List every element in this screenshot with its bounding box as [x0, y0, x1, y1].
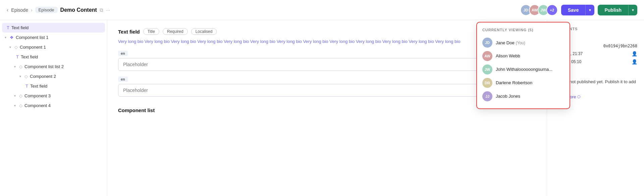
learn-more-icon: ⬡ — [577, 95, 581, 99]
component-icon-5: ◇ — [19, 93, 22, 98]
caret-1: ▾ — [5, 36, 6, 39]
created-user-icon: 👤 — [632, 51, 637, 56]
sidebar-item-component2[interactable]: ▾ ◇ Component 2 — [0, 71, 107, 81]
viewing-avatar-3: JW — [482, 64, 492, 75]
text-input-1[interactable] — [118, 58, 536, 71]
breadcrumb-badge[interactable]: Episode — [35, 7, 58, 13]
viewing-avatar-5: JJ — [482, 91, 492, 101]
publish-button-group: Publish ▾ — [598, 5, 637, 15]
viewing-user-1: JD Jane Doe (You) — [482, 36, 564, 49]
caret-5: ▾ — [14, 94, 16, 98]
section-component-label: Component list — [118, 107, 536, 113]
publish-button[interactable]: Publish — [598, 5, 628, 15]
lang-badge-1: en — [118, 50, 536, 58]
text-input-2[interactable] — [118, 84, 536, 97]
sidebar-label-7: Text field — [30, 84, 47, 89]
viewing-avatar-1: JD — [482, 38, 492, 48]
text-icon-3: T — [25, 84, 28, 89]
sidebar-label-6: Component 2 — [30, 74, 56, 79]
lang-badge-2: en — [118, 76, 536, 84]
badge-localised: Localised — [191, 28, 217, 35]
text-icon-1: T — [7, 25, 9, 30]
sidebar-item-textfield-1[interactable]: T Text field — [2, 23, 105, 33]
copy-icon[interactable]: ⧉ — [100, 7, 103, 13]
component-icon-1: ❖ — [10, 35, 14, 40]
breadcrumb-root: Episode — [11, 7, 28, 13]
app-container: ‹ Episode › Episode Demo Content ⧉ ··· J… — [0, 0, 644, 196]
sidebar-item-textfield-3[interactable]: T Text field — [0, 81, 107, 91]
avatars-group[interactable]: JD AW JW +2 — [520, 4, 558, 16]
viewing-name-4: Darlene Robertson — [496, 80, 532, 85]
sidebar-label-9: Component 4 — [24, 103, 51, 108]
sidebar-item-component1[interactable]: ▾ ◇ Component 1 — [0, 42, 107, 52]
viewing-dropdown: CURRENTLY VIEWING (5) JD Jane Doe (You) … — [476, 22, 570, 109]
publish-dropdown-button[interactable]: ▾ — [628, 5, 637, 15]
sidebar-item-component3[interactable]: ▾ ◇ Component 3 — [0, 91, 107, 101]
field-header: Text field Title Required Localised — [118, 28, 536, 35]
more-options-icon[interactable]: ··· — [106, 7, 110, 13]
caret-4: ▾ — [19, 75, 21, 78]
top-bar-right: JD AW JW +2 Save ▾ Publish ▾ CURRENTLY V… — [520, 4, 637, 16]
caret-6: ▾ — [14, 104, 16, 107]
viewing-user-3: JW John Withaloooooongsurna... — [482, 63, 564, 76]
updated-user-icon: 👤 — [632, 59, 637, 64]
viewing-avatar-2: AW — [482, 51, 492, 61]
sidebar-item-componentlistlist2[interactable]: ▾ ◇ Component list list 2 — [0, 62, 107, 71]
field-description: Very long bio Very long bio Very long bi… — [118, 38, 536, 45]
sidebar-item-textfield-2[interactable]: T Text field — [0, 52, 107, 62]
viewing-name-5: Jacob Jones — [496, 94, 520, 99]
field-name-label: Text field — [118, 29, 140, 35]
badge-title: Title — [143, 28, 159, 35]
avatar-extra[interactable]: +2 — [546, 4, 558, 16]
text-icon-2: T — [16, 54, 19, 59]
sidebar-item-componentlist1[interactable]: ▾ ❖ Component list 1 — [0, 33, 107, 42]
breadcrumb-arrow: › — [31, 7, 33, 13]
caret-2: ▾ — [9, 45, 11, 49]
caret-3: ▾ — [14, 65, 16, 68]
viewing-user-4: DR Darlene Robertson — [482, 76, 564, 90]
sidebar-item-component4[interactable]: ▾ ◇ Component 4 — [0, 101, 107, 110]
viewing-user-2: AW Alison Webb — [482, 49, 564, 63]
viewing-avatar-4: DR — [482, 78, 492, 88]
sidebar-label-3: Component 1 — [20, 45, 46, 50]
viewing-name-1: Jane Doe (You) — [496, 40, 525, 45]
component-icon-2: ◇ — [14, 45, 18, 50]
component-icon-6: ◇ — [19, 103, 22, 108]
top-bar: ‹ Episode › Episode Demo Content ⧉ ··· J… — [0, 0, 644, 20]
viewing-user-5: JJ Jacob Jones — [482, 90, 564, 103]
component-icon-3: ◇ — [19, 64, 22, 69]
save-button-group: Save ▾ — [561, 5, 595, 15]
viewing-name-3: John Withaloooooongsurna... — [496, 67, 552, 72]
back-button[interactable]: ‹ — [7, 7, 8, 13]
component-icon-4: ◇ — [24, 74, 28, 79]
left-sidebar: T Text field ▾ ❖ Component list 1 ▾ ◇ Co… — [0, 20, 107, 196]
save-dropdown-button[interactable]: ▾ — [585, 5, 594, 15]
breadcrumb: ‹ Episode › Episode Demo Content ⧉ ··· — [7, 7, 110, 13]
save-button[interactable]: Save — [561, 5, 586, 15]
sidebar-label-2: Component list 1 — [16, 35, 49, 40]
badge-required: Required — [163, 28, 188, 35]
sidebar-label-4: Text field — [21, 54, 38, 59]
page-title: Demo Content — [60, 7, 97, 13]
entry-id-value: 0x0194j9bn2268 — [603, 44, 637, 48]
sidebar-label-8: Component 3 — [24, 93, 51, 98]
viewing-name-2: Alison Webb — [496, 53, 520, 58]
sidebar-label-1: Text field — [11, 25, 29, 30]
sidebar-label-5: Component list list 2 — [24, 64, 64, 69]
viewing-title: CURRENTLY VIEWING (5) — [482, 28, 564, 32]
